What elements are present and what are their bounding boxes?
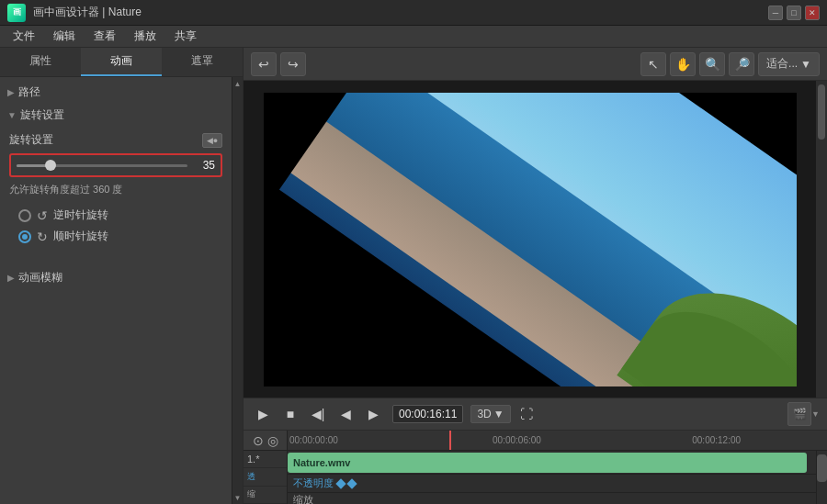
timeline-scrollbar[interactable] [816,451,827,504]
path-label: 路径 [18,84,40,100]
rotation-settings: 旋转设置 ◀● 35 [0,127,232,259]
undo-icon: ↩ [258,57,269,72]
rotation-value: 35 [193,159,215,172]
ruler-time-6: 00:00:06:00 [493,435,541,445]
tab-properties[interactable]: 属性 [0,48,81,76]
video-frame [264,93,797,386]
timeline-scrollbar-thumb[interactable] [817,454,827,482]
redo-button[interactable]: ↪ [280,52,306,76]
stop-icon: ■ [287,407,294,421]
cursor-icon: ↖ [648,57,659,72]
timeline-header: ⊙ ◎ 00:00:00:00 00:00:06:00 00:00:12:00 [244,431,827,451]
rotation-setting-label: 旋转设置 [9,132,197,148]
scale-track-label: 缩 [244,487,287,504]
video-preview [264,93,797,386]
preview-scrollbar-thumb[interactable] [818,84,825,140]
rotation-setting-row: 旋转设置 ◀● [9,132,222,148]
3d-label: 3D [477,408,491,420]
radio-cw[interactable] [18,230,31,243]
timeline-ruler[interactable]: 00:00:00:00 00:00:06:00 00:00:12:00 [288,431,827,450]
zoom-in-icon: 🔎 [734,57,750,72]
track-1-label: 1.* [244,451,287,468]
cursor-tool-button[interactable]: ↖ [640,52,666,76]
hand-tool-button[interactable]: ✋ [670,52,696,76]
menu-edit[interactable]: 编辑 [46,27,83,46]
clip-name: Nature.wmv [293,457,350,468]
slider-thumb[interactable] [45,160,56,171]
opacity-track-row: 不透明度 [288,475,816,493]
play-button[interactable]: ▶ [251,402,275,426]
editor-toolbar: ↩ ↪ ↖ ✋ 🔍 🔎 [244,48,827,81]
step-forward-icon: ▶ [368,407,379,421]
3d-arrow-icon: ▼ [493,408,504,420]
scroll-up-arrow[interactable]: ▲ [233,79,243,88]
radio-ccw-row: ↺ 逆时针旋转 [18,207,213,223]
menu-view[interactable]: 查看 [86,27,123,46]
time-display: 00:00:16:11 [392,405,463,423]
fullscreen-button[interactable]: ⛶ [516,404,537,424]
motion-blur-arrow: ▶ [7,273,15,283]
step-back-button[interactable]: ◀ [334,402,357,426]
minimize-button[interactable]: ─ [768,6,783,20]
menu-share[interactable]: 共享 [167,27,204,46]
main-layout: 属性 动画 遮罩 ▶ 路径 ▼ 旋转设置 旋转设置 [0,48,827,504]
camera-menu-button[interactable]: 🎬 [787,402,811,426]
radio-ccw[interactable] [18,209,31,222]
fit-button[interactable]: 适合... ▼ [758,52,820,76]
ruler-time-0: 00:00:00:00 [289,435,338,445]
stop-button[interactable]: ■ [278,402,302,426]
timeline-tracks: 1.* 透 缩 Nature.wmv [244,451,827,504]
zoom-out-icon: 🔍 [705,57,720,72]
radio-group: ↺ 逆时针旋转 ↻ 顺时针旋转 [9,204,222,253]
video-clip[interactable]: Nature.wmv [288,453,807,473]
rotation-slider-container[interactable]: 35 [9,153,222,177]
scroll-down-arrow[interactable]: ▼ [233,493,243,502]
preview-area [244,81,816,398]
section-path[interactable]: ▶ 路径 [0,81,232,104]
restore-button[interactable]: □ [787,6,801,20]
ccw-icon: ↺ [37,208,48,223]
redo-icon: ↪ [288,57,299,72]
window-controls: ─ □ ✕ [768,6,820,20]
preview-main: ↩ ↪ ↖ ✋ 🔍 🔎 [244,48,827,504]
slider-track [17,164,187,167]
section-rotation[interactable]: ▼ 旋转设置 [0,104,232,127]
track-labels-col: 1.* 透 缩 [244,451,288,504]
step-back-icon: ◀ [341,407,351,421]
toolbar-right: ↖ ✋ 🔍 🔎 适合... ▼ [640,52,820,76]
tab-animation[interactable]: 动画 [81,48,162,76]
play-icon: ▶ [258,407,268,421]
scale-track-text: 缩放 [288,494,313,504]
camera-icon: 🎬 [793,408,807,420]
step-forward-button[interactable]: ▶ [361,402,385,426]
timeline-track-label-header: ⊙ ◎ [244,431,288,450]
menu-file[interactable]: 文件 [6,27,42,46]
playback-right: 🎬 ▼ [787,402,820,426]
preview-wrapper [244,81,827,398]
zoom-in-button[interactable]: 🔎 [729,52,754,76]
undo-button[interactable]: ↩ [251,52,277,76]
section-motion-blur[interactable]: ▶ 动画模糊 [0,266,232,289]
preview-vertical-scrollbar[interactable] [816,81,827,398]
tab-mask[interactable]: 遮罩 [162,48,243,76]
track-row-1: Nature.wmv [288,451,816,475]
left-panel-scrollbar[interactable]: ▲ ▼ [232,77,243,504]
cw-label: 顺时针旋转 [53,229,108,244]
clock-header-icon: ◎ [267,433,278,448]
timeline-playhead[interactable] [449,431,451,450]
title-bar: 画 画中画设计器 | Nature ─ □ ✕ [0,0,827,26]
menu-playback[interactable]: 播放 [127,27,164,46]
ruler-marks: 00:00:00:00 00:00:06:00 00:00:12:00 [288,431,827,450]
opacity-keyframe-diamond [335,478,346,488]
keyframe-button[interactable]: ◀● [202,133,222,148]
prev-frame-button[interactable]: ◀| [306,402,330,426]
close-button[interactable]: ✕ [805,6,820,20]
panel-content: ▶ 路径 ▼ 旋转设置 旋转设置 ◀● [0,77,232,504]
zoom-out-button[interactable]: 🔍 [699,52,725,76]
3d-button[interactable]: 3D ▼ [470,405,510,423]
keyframe-icon: ◀● [207,136,218,145]
opacity-label: 透 [247,471,255,483]
title-bar-left: 画 画中画设计器 | Nature [7,4,142,22]
rotation-label: 旋转设置 [20,107,64,123]
slider-track-area[interactable] [17,159,187,172]
